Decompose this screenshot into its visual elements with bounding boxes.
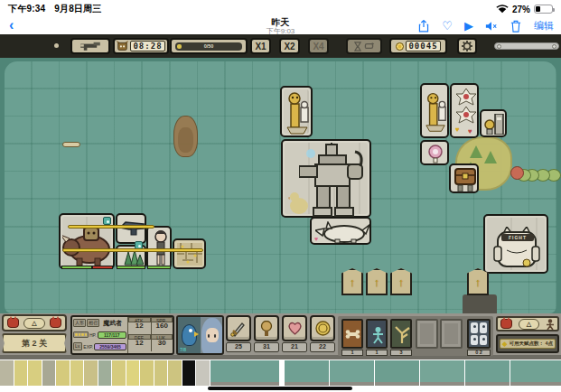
speed-x4-button[interactable]: X4 xyxy=(308,38,329,54)
battery-icon xyxy=(534,5,553,14)
svg-text:♥: ♥ xyxy=(468,127,472,135)
up-arrow-icon: ↑ xyxy=(475,275,482,289)
beast-card[interactable] xyxy=(59,213,115,269)
share-icon[interactable] xyxy=(417,20,430,33)
mode-banner: △ xyxy=(496,316,559,331)
battery-percent: 27% xyxy=(512,5,530,14)
photo-thumbnail[interactable] xyxy=(420,360,464,386)
slot-empty[interactable] xyxy=(416,319,438,349)
photo-thumbnail[interactable] xyxy=(28,360,42,386)
play-icon[interactable]: ▶ xyxy=(464,20,473,32)
trash-icon[interactable] xyxy=(510,20,522,33)
talent-points-label: 可用天赋点数： 4点 xyxy=(509,341,553,347)
edit-button[interactable]: 编辑 xyxy=(534,19,554,33)
photo-thumbnail[interactable] xyxy=(42,360,56,386)
hourglass-icon xyxy=(354,42,361,51)
flower-spikes-card[interactable]: ♥♥ xyxy=(450,83,479,138)
speed-x2-button[interactable]: X2 xyxy=(279,38,300,54)
upgrade-banner[interactable]: ↑ xyxy=(366,268,388,295)
photo-thumbnail[interactable] xyxy=(84,360,98,386)
slot-dice[interactable] xyxy=(467,319,491,349)
photo-thumbnail[interactable] xyxy=(510,360,561,386)
slot-bone[interactable] xyxy=(341,319,363,349)
photo-thumbnail[interactable] xyxy=(98,360,112,386)
hp-bar-green xyxy=(117,266,145,269)
game-topbar: 08:28 0/50 X1 X2 X4 xyxy=(0,34,561,58)
mute-icon[interactable] xyxy=(485,20,498,33)
photo-thumbnail[interactable] xyxy=(154,360,168,386)
talent-diamond-icon: ◆ xyxy=(502,341,507,347)
favorite-icon[interactable]: ♡ xyxy=(442,20,453,32)
photo-thumbnail[interactable] xyxy=(112,360,126,386)
coin-count: 00045 xyxy=(406,41,440,51)
photo-thumbnail[interactable] xyxy=(182,360,196,386)
photo-thumbnail[interactable] xyxy=(375,360,419,386)
hp-bar-green xyxy=(61,266,92,269)
item-button-coin[interactable]: 22 xyxy=(310,315,335,355)
tree-icon xyxy=(259,321,274,337)
photo-thumbnail[interactable] xyxy=(330,360,374,386)
door-card[interactable] xyxy=(480,109,507,137)
photo-thumbnail[interactable] xyxy=(56,360,70,386)
unit-group-left[interactable] xyxy=(59,213,208,271)
chest-sprite xyxy=(453,167,477,192)
summon-tag: 相召 xyxy=(87,319,99,327)
up-arrow-icon: ↑ xyxy=(350,275,356,289)
slider-knob-left[interactable] xyxy=(497,44,501,49)
branch-icon xyxy=(395,326,410,344)
upgrade-banner[interactable]: ↑ xyxy=(341,268,363,295)
current-photo-thumbnail[interactable] xyxy=(210,360,279,386)
upgrade-banner[interactable]: ↑ xyxy=(390,268,412,295)
unit-stats-panel: 人形 相召 魔武者 HP. 117/117 Lv. EXP. 2559 xyxy=(70,315,174,355)
photo-thumbnail[interactable] xyxy=(70,360,84,386)
maze-card[interactable] xyxy=(173,238,206,269)
girl-card[interactable] xyxy=(146,226,172,269)
photo-thumbnail[interactable] xyxy=(196,360,210,386)
item-count: 25 xyxy=(226,342,251,352)
weapon-panel[interactable] xyxy=(70,38,110,54)
rock-decal xyxy=(173,116,198,157)
up-arrow-icon: ↑ xyxy=(398,275,405,289)
photo-thumbnail[interactable] xyxy=(140,360,154,386)
upgrade-banner[interactable]: ↑ xyxy=(467,268,489,295)
gun-card[interactable] xyxy=(116,213,146,244)
unit-portrait[interactable]: 7/8 xyxy=(176,315,224,355)
settings-button[interactable] xyxy=(457,38,477,54)
repeat-icon xyxy=(363,42,375,51)
photo-thumbnail[interactable] xyxy=(168,360,182,386)
photo-thumbnail[interactable] xyxy=(285,360,329,386)
beast-sprite xyxy=(62,222,113,267)
totem-card-2[interactable] xyxy=(420,83,449,138)
wave-triangle-button[interactable]: △ xyxy=(23,318,44,329)
status-left: 下午9:34 9月8日周三 xyxy=(8,3,102,15)
slot-branch[interactable] xyxy=(390,319,412,349)
svg-text:♥: ♥ xyxy=(455,126,460,134)
item-button-tree[interactable]: 31 xyxy=(254,315,279,355)
zoom-slider[interactable] xyxy=(494,42,559,50)
photo-thumbnail[interactable] xyxy=(14,360,28,386)
up-arrow-icon: ↑ xyxy=(374,275,380,289)
mode-triangle-button[interactable]: △ xyxy=(519,319,539,330)
pink-flower-sprite xyxy=(426,144,445,163)
timer-value: 08:28 xyxy=(130,41,164,51)
cat-monster-card[interactable]: FIGHT xyxy=(483,214,548,274)
wait-panel[interactable] xyxy=(346,38,382,54)
robot-card[interactable] xyxy=(281,139,371,218)
totem-card[interactable] xyxy=(280,86,313,137)
pink-flower-card[interactable] xyxy=(420,140,449,165)
slot-empty[interactable] xyxy=(440,319,463,349)
slider-knob-right[interactable] xyxy=(552,44,556,49)
item-button-heart[interactable]: 21 xyxy=(282,315,307,355)
slot-summon-figure[interactable] xyxy=(366,319,388,349)
chest-card[interactable] xyxy=(449,163,479,193)
photo-thumbnail[interactable] xyxy=(126,360,140,386)
photo-thumbnail[interactable] xyxy=(465,360,510,386)
slot-count: 0 2 xyxy=(467,350,491,356)
photo-thumbnail[interactable] xyxy=(0,360,14,386)
home-indicator[interactable] xyxy=(208,387,352,390)
progress-bar: 0/50 xyxy=(175,42,242,51)
level-banner: 第 2 关 xyxy=(2,333,67,353)
speed-x1-button[interactable]: X1 xyxy=(250,38,271,54)
item-button-sword[interactable]: 25 xyxy=(226,315,251,355)
wolf-card[interactable]: ♥ xyxy=(310,217,371,245)
